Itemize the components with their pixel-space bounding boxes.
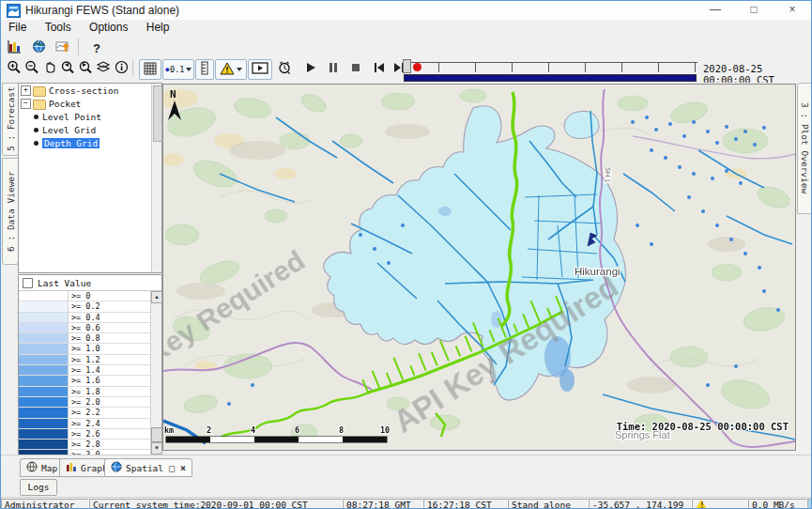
svg-text:8: 8 [339,425,344,435]
legend-row[interactable]: >= 1.2 [19,355,151,365]
legend-row[interactable]: >= 0.2 [19,301,151,312]
status-memory[interactable]: 2.5 GB [807,499,812,509]
panel-maximize-icon[interactable]: □ [169,463,175,473]
layer-tree-panel: +Cross-section −Pocket Level Point Level… [18,83,162,273]
legend-row[interactable]: >= 2.8 [19,440,151,450]
tree-scrollbar-thumb[interactable] [153,85,162,142]
skip-to-start-button[interactable] [369,59,388,78]
database-display-button[interactable] [5,39,23,57]
tab-forecast[interactable]: 5 : Forecast [2,83,19,156]
tree-node-pocket[interactable]: −Pocket [19,99,161,110]
tree-node-level-point[interactable]: Level Point [19,112,161,123]
legend-ruler-button[interactable] [195,59,214,80]
legend-row[interactable]: >= 0.6 [19,323,151,333]
title-bar[interactable]: Hikurangi FEWS (Stand alone) — □ × [1,1,812,21]
tree-node-cross-section[interactable]: +Cross-section [19,85,161,97]
thresholds-dropdown[interactable] [215,59,247,80]
scroll-up-icon[interactable]: ▲ [151,291,162,303]
layers-icon [96,60,111,78]
map-canvas[interactable]: API Key Required API Key Required Hikura… [163,85,795,450]
menu-tools[interactable]: Tools [38,20,79,35]
legend-row[interactable]: >= 0.4 [19,313,151,323]
legend-row[interactable]: >= 1.6 [19,376,151,386]
legend-swatch [19,355,69,364]
logs-button[interactable]: Logs [20,479,57,496]
spatial-display-button[interactable] [29,39,48,57]
legend-row[interactable]: >= 2.4 [19,419,151,429]
expand-icon[interactable]: + [21,85,31,96]
tab-plot-overview[interactable]: 3 : Plot Overview [797,83,812,214]
time-slider-track[interactable] [403,62,697,72]
town-label: Hikurangi [575,266,620,277]
legend-label: >= 1.4 [69,365,151,375]
minimize-button[interactable]: — [700,1,730,19]
menu-options[interactable]: Options [82,20,135,35]
zoom-out-button[interactable] [23,59,41,78]
pause-button[interactable] [324,59,343,78]
pan-button[interactable] [40,59,59,78]
map-time-label: Time: 2020-08-25 00:00:00 CST [617,421,789,432]
folder-icon [33,100,46,110]
play-button[interactable] [301,59,320,78]
info-button[interactable] [112,59,130,78]
status-system-time: Current system time:2020-09-01 00:00 CST [89,499,343,509]
legend-scrollbar[interactable]: ▲ ▼ [150,291,161,455]
time-slider-thumb[interactable] [403,59,411,73]
status-alerts[interactable] [692,499,748,509]
chart-arrow-icon [55,39,70,56]
legend-row[interactable]: >= 2.2 [19,408,151,418]
window-title: Hikurangi FEWS (Stand alone) [25,4,179,17]
legend-label: >= 0 [69,291,151,301]
menu-file[interactable]: File [1,20,34,35]
movie-play-icon [252,62,268,77]
tab-spatial-label: Spatial [126,463,163,473]
legend-row[interactable]: >= 1.4 [19,365,151,376]
map-view[interactable]: API Key Required API Key Required Hikura… [162,84,796,451]
close-button[interactable]: × [777,1,807,19]
panel-close-icon[interactable]: × [180,463,186,473]
tree-node-level-grid[interactable]: Level Grid [19,125,161,136]
legend-row[interactable]: >= 2.0 [19,397,151,408]
grid-icon [144,62,157,78]
warning-icon [696,500,707,509]
legend-label: >= 0.2 [69,301,151,311]
legend-row[interactable]: >= 0.8 [19,333,151,344]
maximize-button[interactable]: □ [739,1,769,19]
zoom-in-button[interactable] [5,59,23,78]
legend-row[interactable]: >= 0 [19,291,151,301]
tree-label: Cross-section [49,85,118,96]
tree-scrollbar[interactable] [151,84,161,272]
status-coordinates: -35.657 , 174.199 [589,499,692,509]
stop-icon [350,62,361,76]
tab-map[interactable]: Map [20,458,64,477]
node-bullet-icon [34,115,38,119]
legend-row[interactable]: >= 1.0 [19,344,151,354]
tree-node-depth-grid[interactable]: Depth Grid [19,138,161,149]
zoom-previous-button[interactable] [58,59,77,78]
collapse-icon[interactable]: − [21,99,31,109]
tab-data-viewer[interactable]: 6 : Data Viewer [2,158,19,265]
stop-button[interactable] [346,59,365,78]
layers-button[interactable] [94,59,113,78]
menu-help[interactable]: Help [139,20,177,35]
legend-row[interactable]: >= 2.6 [19,429,151,440]
animation-timer-button[interactable] [275,59,294,78]
movie-player-button[interactable] [248,59,272,80]
last-value-checkbox[interactable] [23,278,33,288]
scalar-display-button[interactable] [54,39,72,57]
legend-scrollbar-thumb[interactable] [151,427,162,442]
legend-label: >= 1.2 [69,355,151,364]
legend-swatch [19,419,69,428]
grid-display-button[interactable] [139,59,161,80]
help-button[interactable]: ? [87,39,106,57]
legend-swatch [19,376,69,385]
tree-label: Level Point [42,112,101,122]
app-logo-icon [7,4,21,18]
time-slider[interactable] [403,59,697,80]
tab-spatial[interactable]: Spatial □ × [104,458,192,477]
scroll-down-icon[interactable]: ▼ [151,442,162,455]
class-break-dropdown[interactable]: ● 0.1 [162,59,194,80]
play-icon [305,62,316,76]
legend-row[interactable]: >= 1.8 [19,387,151,397]
zoom-next-button[interactable] [76,59,95,78]
